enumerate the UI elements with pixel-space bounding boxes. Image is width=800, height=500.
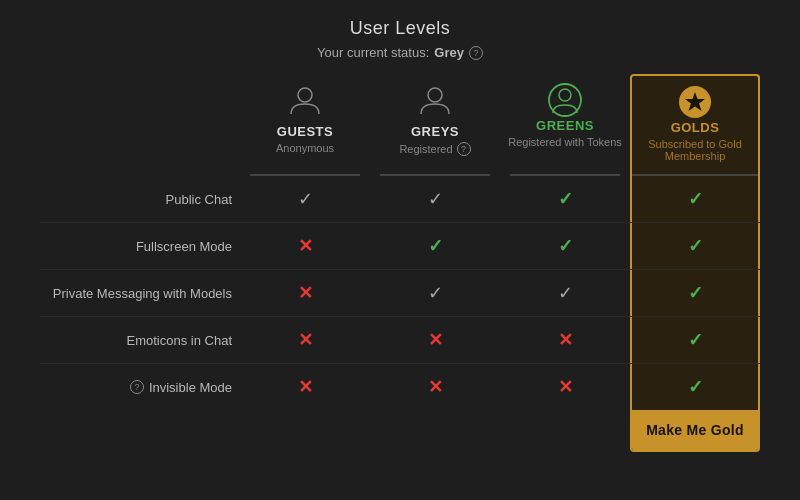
svg-point-1 bbox=[428, 88, 442, 102]
greys-label: GREYS bbox=[411, 124, 459, 139]
greens-sublabel: Registered with Tokens bbox=[508, 136, 622, 148]
check-icon: ✓ bbox=[558, 235, 573, 257]
feature-label-invisible: ? Invisible Mode bbox=[40, 368, 240, 407]
feature-label-emoticons: Emoticons in Chat bbox=[40, 321, 240, 360]
guests-label: GUESTS bbox=[277, 124, 333, 139]
col-header-greens: GREENS Registered with Tokens bbox=[500, 74, 630, 174]
guests-icon bbox=[287, 82, 323, 118]
greys-icon bbox=[417, 82, 453, 118]
greys-emoticons: ✕ bbox=[370, 317, 500, 363]
current-status: Your current status: Grey ? bbox=[317, 45, 483, 60]
greens-label: GREENS bbox=[536, 118, 594, 133]
page-wrapper: User Levels Your current status: Grey ? … bbox=[0, 0, 800, 500]
cross-icon: ✕ bbox=[298, 329, 313, 351]
feature-row-public-chat: Public Chat ✓ ✓ ✓ ✓ bbox=[40, 176, 760, 223]
make-gold-cell: Make Me Gold bbox=[630, 410, 760, 452]
golds-label: GOLDS bbox=[671, 120, 720, 135]
golds-icon bbox=[677, 84, 713, 120]
check-icon: ✓ bbox=[688, 235, 703, 257]
invisible-help-icon[interactable]: ? bbox=[130, 380, 144, 394]
greens-invisible: ✕ bbox=[500, 364, 630, 410]
cross-icon: ✕ bbox=[298, 376, 313, 398]
golds-sublabel: Subscribed to Gold Membership bbox=[638, 138, 752, 162]
feature-row-invisible: ? Invisible Mode ✕ ✕ ✕ ✓ bbox=[40, 364, 760, 410]
greys-public-chat: ✓ bbox=[370, 176, 500, 222]
feature-row-emoticons: Emoticons in Chat ✕ ✕ ✕ ✓ bbox=[40, 317, 760, 364]
golds-emoticons: ✓ bbox=[630, 317, 760, 363]
status-help-icon[interactable]: ? bbox=[469, 46, 483, 60]
check-icon: ✓ bbox=[688, 282, 703, 304]
cross-icon: ✕ bbox=[428, 376, 443, 398]
check-icon: ✓ bbox=[298, 188, 313, 210]
make-gold-button[interactable]: Make Me Gold bbox=[632, 410, 758, 450]
greens-fullscreen: ✓ bbox=[500, 223, 630, 269]
guests-fullscreen: ✕ bbox=[240, 223, 370, 269]
greens-icon bbox=[547, 82, 583, 118]
make-gold-empty3 bbox=[370, 410, 500, 452]
check-icon: ✓ bbox=[428, 188, 443, 210]
greens-emoticons: ✕ bbox=[500, 317, 630, 363]
make-gold-empty2 bbox=[240, 410, 370, 452]
check-icon: ✓ bbox=[688, 188, 703, 210]
greys-help-icon[interactable]: ? bbox=[457, 142, 471, 156]
golds-fullscreen: ✓ bbox=[630, 223, 760, 269]
greys-sublabel: Registered ? bbox=[399, 142, 470, 156]
guests-sublabel: Anonymous bbox=[276, 142, 334, 154]
check-icon: ✓ bbox=[558, 282, 573, 304]
greens-public-chat: ✓ bbox=[500, 176, 630, 222]
make-gold-empty4 bbox=[500, 410, 630, 452]
check-icon: ✓ bbox=[428, 282, 443, 304]
svg-point-0 bbox=[298, 88, 312, 102]
golds-private-messaging: ✓ bbox=[630, 270, 760, 316]
make-gold-empty bbox=[40, 410, 240, 452]
golds-invisible: ✓ bbox=[630, 364, 760, 410]
cross-icon: ✕ bbox=[298, 235, 313, 257]
check-icon: ✓ bbox=[688, 329, 703, 351]
guests-emoticons: ✕ bbox=[240, 317, 370, 363]
cross-icon: ✕ bbox=[558, 329, 573, 351]
col-header-golds: GOLDS Subscribed to Gold Membership bbox=[630, 74, 760, 174]
page-title: User Levels bbox=[350, 18, 451, 39]
feature-row-fullscreen: Fullscreen Mode ✕ ✓ ✓ ✓ bbox=[40, 223, 760, 270]
column-headers: GUESTS Anonymous GREYS Registered ? bbox=[40, 74, 760, 174]
check-icon: ✓ bbox=[428, 235, 443, 257]
svg-point-3 bbox=[559, 89, 571, 101]
greys-fullscreen: ✓ bbox=[370, 223, 500, 269]
cross-icon: ✕ bbox=[428, 329, 443, 351]
divider-empty bbox=[40, 174, 240, 176]
user-levels-table: GUESTS Anonymous GREYS Registered ? bbox=[40, 74, 760, 452]
cross-icon: ✕ bbox=[298, 282, 313, 304]
col-header-guests: GUESTS Anonymous bbox=[240, 74, 370, 174]
make-gold-row: Make Me Gold bbox=[40, 410, 760, 452]
check-icon: ✓ bbox=[688, 376, 703, 398]
greys-invisible: ✕ bbox=[370, 364, 500, 410]
current-status-label: Your current status: bbox=[317, 45, 429, 60]
feature-label-private-messaging: Private Messaging with Models bbox=[40, 274, 240, 313]
feature-label-public-chat: Public Chat bbox=[40, 180, 240, 219]
col-header-greys: GREYS Registered ? bbox=[370, 74, 500, 174]
greens-private-messaging: ✓ bbox=[500, 270, 630, 316]
guests-invisible: ✕ bbox=[240, 364, 370, 410]
greys-private-messaging: ✓ bbox=[370, 270, 500, 316]
col-empty bbox=[40, 74, 240, 174]
cross-icon: ✕ bbox=[558, 376, 573, 398]
guests-private-messaging: ✕ bbox=[240, 270, 370, 316]
feature-label-fullscreen: Fullscreen Mode bbox=[40, 227, 240, 266]
feature-row-private-messaging: Private Messaging with Models ✕ ✓ ✓ ✓ bbox=[40, 270, 760, 317]
check-icon: ✓ bbox=[558, 188, 573, 210]
guests-public-chat: ✓ bbox=[240, 176, 370, 222]
golds-public-chat: ✓ bbox=[630, 176, 760, 222]
current-status-value: Grey bbox=[434, 45, 464, 60]
